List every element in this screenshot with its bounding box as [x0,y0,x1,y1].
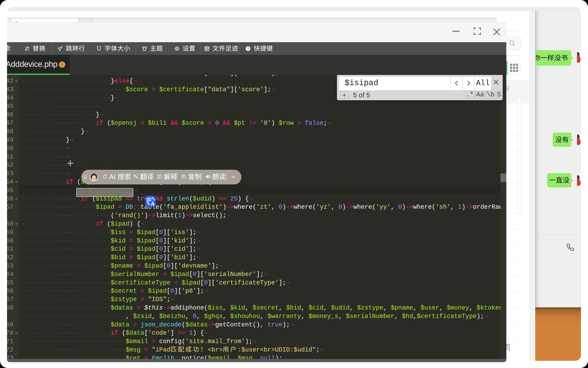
svg-text:?: ? [247,47,249,51]
